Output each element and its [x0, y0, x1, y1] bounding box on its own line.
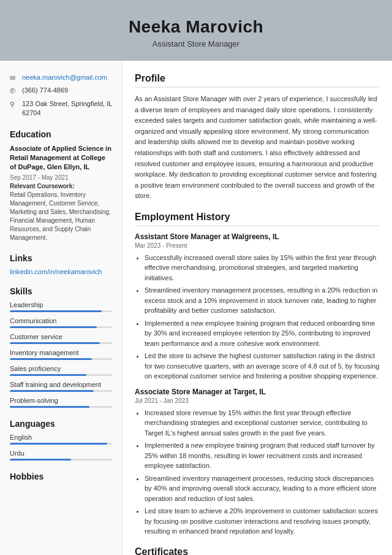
language-name: English	[10, 434, 112, 441]
coursework-text: Retail Operations, Inventory Management,…	[10, 191, 112, 242]
candidate-title: Assistant Store Manager	[12, 39, 380, 48]
contact-section: ✉ neeka.marovich@gmail.com ✆ (366) 774-4…	[10, 73, 112, 118]
education-title: Education	[10, 129, 112, 139]
skill-item: Communication	[10, 317, 112, 328]
job-bullets: Increased store revenue by 15% within th…	[135, 408, 380, 537]
job-bullet: Successfully increased overall store sal…	[145, 253, 380, 283]
skill-item: Leadership	[10, 301, 112, 312]
job-bullet: Led store team to achieve a 20% improvem…	[145, 506, 380, 537]
address-item: ⚲ 123 Oak Street, Springfield, IL 62704	[10, 99, 112, 118]
skill-bar-bg	[10, 390, 112, 392]
education-section: Education Associate of Applied Science i…	[10, 129, 112, 242]
phone-value: (366) 774-4869	[22, 86, 68, 95]
skill-item: Staff training and development	[10, 381, 112, 392]
skill-bar-bg	[10, 310, 112, 312]
language-name: Urdu	[10, 450, 112, 457]
resume-body: ✉ neeka.marovich@gmail.com ✆ (366) 774-4…	[0, 61, 392, 555]
skill-item: Customer service	[10, 333, 112, 344]
resume-header: Neeka Marovich Assistant Store Manager	[0, 0, 392, 61]
skill-bar-fill	[10, 326, 97, 328]
email-icon: ✉	[10, 74, 18, 83]
languages-list: English Urdu	[10, 434, 112, 461]
sidebar: ✉ neeka.marovich@gmail.com ✆ (366) 774-4…	[0, 61, 123, 555]
lang-bar-bg	[10, 443, 112, 445]
skill-name: Problem-solving	[10, 397, 112, 404]
profile-text: As an Assistant Store Manager with over …	[135, 94, 380, 202]
skill-item: Problem-solving	[10, 397, 112, 408]
job-bullet: Led the store to achieve the highest cus…	[145, 351, 380, 381]
job-item: Assistant Store Manager at Walgreens, IL…	[135, 232, 380, 381]
skill-name: Leadership	[10, 301, 112, 308]
phone-icon: ✆	[10, 86, 18, 96]
job-date: Mar 2023 - Present	[135, 242, 380, 249]
skill-bar-fill	[10, 310, 102, 312]
coursework-label: Relevant Coursework:	[10, 183, 112, 189]
profile-section: Profile As an Assistant Store Manager wi…	[135, 73, 380, 202]
links-title: Links	[10, 253, 112, 263]
job-title: Associate Store Manager at Target, IL	[135, 388, 380, 396]
location-icon: ⚲	[10, 100, 18, 109]
employment-title: Employment History	[135, 212, 380, 226]
skills-section: Skills Leadership Communication Customer…	[10, 286, 112, 408]
job-date: Jul 2021 - Jan 2023	[135, 397, 380, 404]
skill-bar-bg	[10, 406, 112, 408]
email-item: ✉ neeka.marovich@gmail.com	[10, 73, 112, 83]
skill-name: Customer service	[10, 333, 112, 340]
job-bullet: Implemented a new employee training prog…	[145, 440, 380, 471]
skill-bar-bg	[10, 342, 112, 344]
skills-title: Skills	[10, 286, 112, 296]
jobs-list: Assistant Store Manager at Walgreens, IL…	[135, 232, 380, 537]
employment-section: Employment History Assistant Store Manag…	[135, 212, 380, 537]
linkedin-item: linkedin.com/in/neekamarovich	[10, 268, 112, 275]
resume-container: Neeka Marovich Assistant Store Manager ✉…	[0, 0, 392, 555]
skills-list: Leadership Communication Customer servic…	[10, 301, 112, 408]
skill-bar-bg	[10, 326, 112, 328]
job-bullet: Streamlined inventory management process…	[145, 473, 380, 504]
job-title: Assistant Store Manager at Walgreens, IL	[135, 232, 380, 241]
email-link[interactable]: neeka.marovich@gmail.com	[22, 73, 107, 82]
certificates-section: Certificates Certified Retail Store Mana…	[135, 546, 380, 555]
hobbies-title: Hobbies	[10, 472, 112, 481]
skill-bar-fill	[10, 342, 100, 344]
candidate-name: Neeka Marovich	[12, 17, 380, 37]
job-item: Associate Store Manager at Target, IL Ju…	[135, 388, 380, 537]
certificates-title: Certificates	[135, 546, 380, 555]
skill-bar-fill	[10, 358, 92, 360]
languages-section: Languages English Urdu	[10, 419, 112, 461]
skill-item: Sales proficiency	[10, 365, 112, 376]
languages-title: Languages	[10, 419, 112, 429]
main-content: Profile As an Assistant Store Manager wi…	[123, 61, 392, 555]
skill-bar-bg	[10, 374, 112, 376]
lang-bar-bg	[10, 459, 112, 461]
job-bullets: Successfully increased overall store sal…	[135, 253, 380, 381]
skill-name: Staff training and development	[10, 381, 112, 388]
language-item: English	[10, 434, 112, 445]
address-value: 123 Oak Street, Springfield, IL 62704	[22, 99, 112, 118]
links-section: Links linkedin.com/in/neekamarovich	[10, 253, 112, 275]
skill-bar-fill	[10, 390, 94, 392]
skill-bar-bg	[10, 358, 112, 360]
job-bullet: Increased store revenue by 15% within th…	[145, 408, 380, 438]
skill-name: Inventory management	[10, 349, 112, 356]
skill-item: Inventory management	[10, 349, 112, 360]
hobbies-section: Hobbies	[10, 472, 112, 481]
language-item: Urdu	[10, 450, 112, 461]
education-date: Sep 2017 - May 2021	[10, 174, 112, 181]
linkedin-link[interactable]: linkedin.com/in/neekamarovich	[10, 268, 102, 275]
lang-bar-fill	[10, 443, 107, 445]
skill-name: Sales proficiency	[10, 365, 112, 372]
profile-title: Profile	[135, 73, 380, 88]
education-degree: Associate of Applied Science in Retail M…	[10, 144, 112, 172]
job-bullet: Streamlined inventory management process…	[145, 285, 380, 316]
skill-name: Communication	[10, 317, 112, 324]
skill-bar-fill	[10, 374, 86, 376]
phone-item: ✆ (366) 774-4869	[10, 86, 112, 96]
skill-bar-fill	[10, 406, 89, 408]
job-bullet: Implemented a new employee training prog…	[145, 318, 380, 349]
lang-bar-fill	[10, 459, 71, 461]
